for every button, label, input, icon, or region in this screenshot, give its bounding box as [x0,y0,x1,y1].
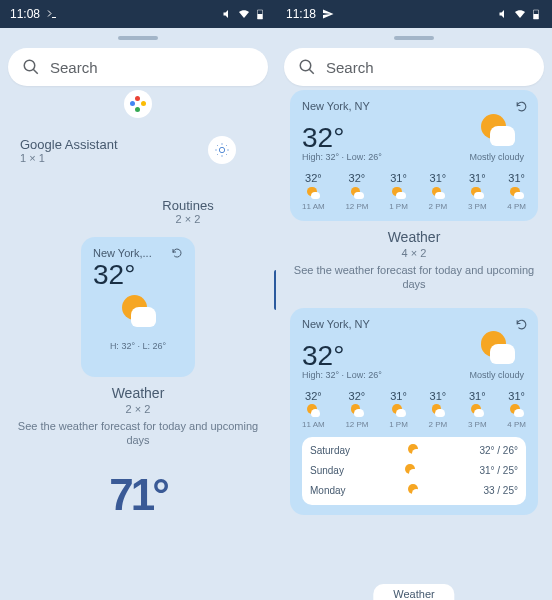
svg-point-0 [24,60,35,71]
hour-column: 32°11 AM [302,172,325,211]
hour-temp: 31° [390,390,407,402]
sun-cloud-icon [479,330,515,366]
hour-column: 31°4 PM [507,390,526,429]
hour-temp: 32° [305,390,322,402]
mute-icon [498,8,510,20]
hour-column: 31°1 PM [389,390,408,429]
send-icon [322,8,334,20]
weather-caption: Weather [290,229,538,245]
weather-tab[interactable]: Weather [373,584,454,600]
weather-desc: See the weather forecast for today and u… [14,419,262,448]
hour-label: 3 PM [468,202,487,211]
routines-size: 2 × 2 [114,213,262,225]
day-temps: 32° / 26° [479,445,518,456]
hour-label: 3 PM [468,420,487,429]
hour-label: 12 PM [345,202,368,211]
weather-size-label: 2 × 2 [14,403,262,415]
weather-temp: 32° [93,261,183,289]
day-name: Monday [310,485,346,496]
weather-highlow: High: 32° · Low: 26° [302,370,382,380]
hourly-forecast: 32°11 AM32°12 PM31°1 PM31°2 PM31°3 PM31°… [302,172,526,211]
wifi-icon [514,8,526,20]
refresh-icon[interactable] [171,247,183,259]
assistant-size: 1 × 1 [20,152,208,164]
hourly-forecast: 32°11 AM32°12 PM31°1 PM31°2 PM31°3 PM31°… [302,390,526,429]
hour-column: 31°2 PM [429,172,448,211]
refresh-icon[interactable] [515,100,528,113]
routines-label: Routines [114,198,262,213]
assistant-label: Google Assistant [20,137,208,152]
battery-icon [254,8,266,20]
hour-label: 2 PM [429,202,448,211]
weather-widget-2x2[interactable]: New York,... 32° H: 32° · L: 26° [81,237,195,377]
sun-cloud-icon [120,293,156,329]
daily-forecast: Saturday32° / 26°Sunday31° / 25°Monday33… [302,437,526,505]
terminal-icon [46,8,58,20]
widget-picker[interactable]: Google Assistant 1 × 1 Routines 2 × 2 Ne… [0,90,276,600]
widget-picker[interactable]: New York, NY 32° High: 32° · Low: 26° Mo… [276,90,552,600]
hour-temp: 31° [469,390,486,402]
weather-widget-4x2[interactable]: New York, NY 32° High: 32° · Low: 26° Mo… [290,90,538,221]
hour-label: 12 PM [345,420,368,429]
hour-column: 31°3 PM [468,390,487,429]
search-placeholder: Search [50,59,98,76]
drag-handle[interactable] [118,36,158,40]
phone-right: 11:18 Search New York, NY 32° High: 32° … [276,0,552,600]
search-icon [298,58,316,76]
hour-column: 32°11 AM [302,390,325,429]
sun-cloud-icon [470,186,484,200]
refresh-icon[interactable] [515,318,528,331]
weather-temp: 32° [302,124,382,152]
day-row: Saturday32° / 26° [310,441,518,461]
weather-temp: 32° [302,342,382,370]
weather-widget-large[interactable]: New York, NY 32° High: 32° · Low: 26° Mo… [290,308,538,515]
weather-location: New York, NY [302,100,526,112]
hour-temp: 32° [349,390,366,402]
weather-highlow: H: 32° · L: 26° [93,341,183,351]
sun-cloud-icon [431,186,445,200]
clock: 11:18 [286,7,316,21]
hour-temp: 32° [349,172,366,184]
phone-left: 11:08 Search Google Assistant 1 × 1 Rou [0,0,276,600]
clock: 11:08 [10,7,40,21]
battery-icon [530,8,542,20]
day-row: Sunday31° / 25° [310,461,518,481]
hour-temp: 32° [305,172,322,184]
wifi-icon [238,8,250,20]
sun-cloud-icon [510,404,524,418]
hour-column: 32°12 PM [345,390,368,429]
hour-column: 31°1 PM [389,172,408,211]
search-bar[interactable]: Search [284,48,544,86]
day-row: Monday33 / 25° [310,481,518,501]
assistant-widget-icon[interactable] [124,90,152,118]
bulb-icon [214,142,230,158]
sun-cloud-icon [408,444,422,458]
weather-desc: See the weather forecast for today and u… [290,263,538,292]
weather-condition: Mostly cloudy [469,152,524,162]
sun-cloud-icon [392,404,406,418]
search-icon [22,58,40,76]
weather-size-label: 4 × 2 [290,247,538,259]
drag-handle[interactable] [394,36,434,40]
sun-cloud-icon [407,484,421,498]
status-bar: 11:18 [276,0,552,28]
hour-label: 1 PM [389,420,408,429]
sun-cloud-icon [350,404,364,418]
sun-cloud-icon [431,404,445,418]
large-temp-widget[interactable]: 71° [14,470,262,520]
hour-label: 1 PM [389,202,408,211]
hour-column: 31°2 PM [429,390,448,429]
routines-widget-icon[interactable] [208,136,236,164]
status-bar: 11:08 [0,0,276,28]
weather-highlow: High: 32° · Low: 26° [302,152,382,162]
hour-temp: 31° [469,172,486,184]
day-name: Sunday [310,465,344,476]
hour-label: 4 PM [507,202,526,211]
hour-column: 32°12 PM [345,172,368,211]
weather-location: New York,... [93,247,152,259]
search-bar[interactable]: Search [8,48,268,86]
svg-point-2 [300,60,311,71]
mute-icon [222,8,234,20]
hour-temp: 31° [390,172,407,184]
search-placeholder: Search [326,59,374,76]
